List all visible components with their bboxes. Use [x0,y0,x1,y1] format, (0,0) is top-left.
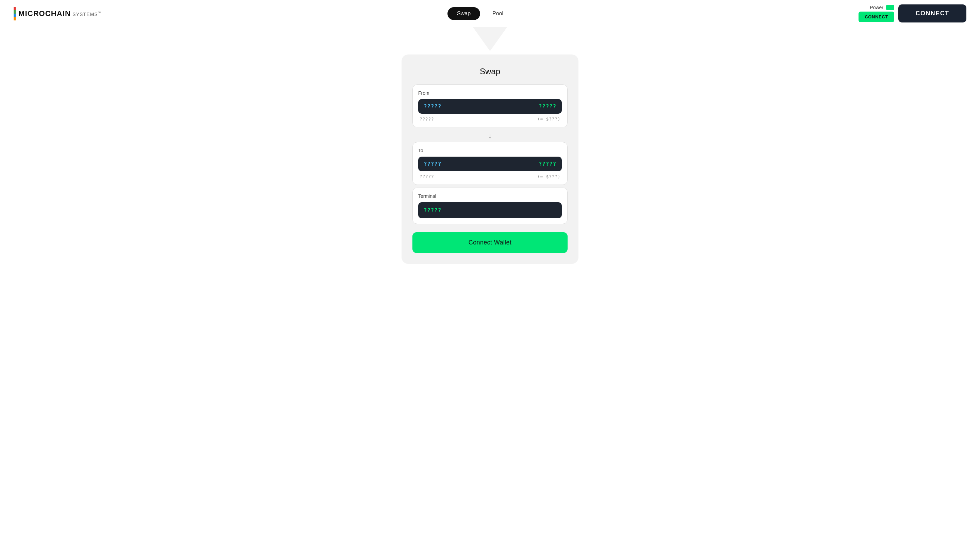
connect-large-button[interactable]: CONNECT [898,5,966,22]
from-label: From [418,90,562,96]
logo-segment-orange [14,17,16,21]
from-section: From ????? ????? ????? (≈ $???) [412,85,568,127]
header: MICROCHAIN SYSTEMS™ Swap Pool Power CONN… [0,0,980,27]
to-sub-left: ????? [420,174,434,179]
connect-wallet-button[interactable]: Connect Wallet [412,232,568,253]
to-section: To ????? ????? ????? (≈ $???) [412,142,568,185]
terminal-section: Terminal ????? [412,188,568,224]
terminal-label: Terminal [418,193,562,199]
logo-segment-green [14,10,16,14]
from-sub-right: (≈ $???) [537,116,560,122]
main-content: Swap From ????? ????? ????? (≈ $???) ↓ T… [0,27,980,555]
logo-text: MICROCHAIN SYSTEMS™ [18,9,102,18]
power-indicator [886,5,894,10]
logo-segment-blue [14,14,16,17]
to-sub-row: ????? (≈ $???) [418,174,562,179]
terminal-input-row[interactable]: ????? [418,202,562,218]
logo-brand: MICROCHAIN [18,9,71,18]
swap-arrow-icon: ↓ [488,132,492,140]
logo-bar [14,7,16,21]
power-section: Power CONNECT [858,5,894,22]
nav-pool-button[interactable]: Pool [483,7,513,20]
to-sub-right: (≈ $???) [537,174,560,179]
to-left-value: ????? [424,161,441,167]
logo-systems: SYSTEMS™ [71,11,102,17]
to-input-row[interactable]: ????? ????? [418,157,562,171]
header-right: Power CONNECT CONNECT [858,5,966,22]
to-right-value: ????? [539,161,556,167]
to-label: To [418,148,562,153]
connect-small-button[interactable]: CONNECT [858,11,894,22]
swap-title: Swap [412,67,568,76]
logo-segment-red [14,7,16,10]
swap-card: Swap From ????? ????? ????? (≈ $???) ↓ T… [401,55,579,264]
from-input-row[interactable]: ????? ????? [418,99,562,114]
power-label: Power [870,5,894,10]
logo: MICROCHAIN SYSTEMS™ [14,7,102,21]
from-sub-left: ????? [420,116,434,122]
deco-triangle [473,27,507,51]
from-right-value: ????? [539,103,556,110]
terminal-value: ????? [424,207,441,213]
arrow-divider[interactable]: ↓ [412,130,568,142]
from-left-value: ????? [424,103,441,110]
nav: Swap Pool [448,7,513,20]
from-sub-row: ????? (≈ $???) [418,116,562,122]
power-text: Power [870,5,883,10]
nav-swap-button[interactable]: Swap [448,7,480,20]
